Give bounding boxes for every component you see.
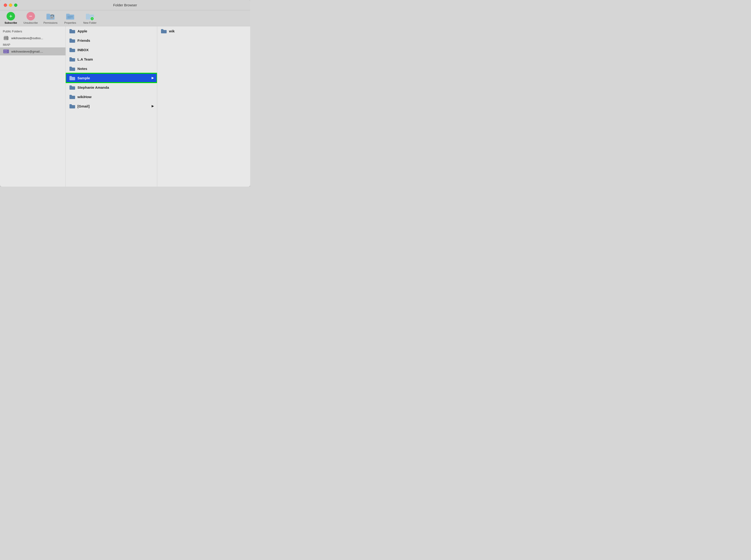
properties-icon-wrap	[66, 12, 75, 21]
folder-panel: Apple Friends INBOX	[66, 26, 157, 186]
inbox-folder-svg	[69, 47, 76, 53]
right-panel: wik	[157, 26, 250, 186]
new-folder-icon: +	[85, 12, 94, 20]
outlook-drive-icon	[3, 35, 9, 41]
permissions-button[interactable]: Permissions	[43, 12, 58, 24]
svg-point-16	[7, 38, 8, 39]
traffic-lights	[4, 3, 17, 7]
la-team-folder-svg	[69, 56, 76, 62]
folder-icon-wik	[161, 28, 167, 34]
unsubscribe-icon-wrap: −	[26, 12, 35, 21]
folder-icon-wikihow	[69, 94, 76, 100]
drive-icon-outlook	[3, 35, 9, 41]
svg-text:+: +	[91, 17, 93, 20]
subscribe-button[interactable]: + Subscribe	[4, 12, 18, 24]
content-area: Public Folders wikih	[0, 26, 250, 186]
stephanie-folder-svg	[69, 84, 76, 90]
folder-name-sample: Sample	[78, 76, 90, 80]
folder-item-notes[interactable]: Notes	[66, 64, 157, 73]
window-title: Folder Browser	[113, 3, 137, 7]
folder-icon-stephanie-amanda	[69, 84, 76, 90]
subscribe-icon-wrap: +	[6, 12, 15, 21]
folder-name-apple: Apple	[78, 29, 87, 33]
sidebar-item-outlook[interactable]: wikihowsteve@outloo...	[0, 34, 65, 42]
gmail-account-name: wikihowsteve@gmail....	[11, 50, 43, 53]
folder-item-sample[interactable]: Sample ▶	[66, 73, 157, 83]
maximize-button[interactable]	[14, 3, 17, 7]
notes-folder-svg	[69, 66, 76, 71]
sidebar-item-gmail[interactable]: wikihowsteve@gmail....	[0, 47, 65, 55]
folder-item-wikihow[interactable]: wikiHow	[66, 92, 157, 101]
properties-folder-icon	[66, 12, 75, 20]
title-bar: Folder Browser	[0, 0, 250, 10]
outlook-account-name: wikihowsteve@outloo...	[11, 36, 43, 40]
folder-name-wik: wik	[169, 29, 175, 33]
wikihow-folder-svg	[69, 94, 76, 100]
folder-item-apple[interactable]: Apple	[66, 26, 157, 36]
folder-icon-gmail	[69, 103, 76, 109]
minimize-button[interactable]	[9, 3, 12, 7]
toolbar: + Subscribe − Unsubscribe	[0, 10, 250, 26]
svg-point-2	[52, 17, 52, 18]
sidebar: Public Folders wikih	[0, 26, 66, 186]
folder-icon-inbox	[69, 47, 76, 53]
folder-name-la-team: L.A Team	[78, 57, 93, 61]
folder-item-inbox[interactable]: INBOX	[66, 45, 157, 55]
folder-icon-friends	[69, 38, 76, 43]
folder-icon-notes	[69, 66, 76, 71]
folder-name-wikihow: wikiHow	[78, 95, 92, 99]
sample-folder-svg	[69, 75, 76, 81]
folder-name-gmail: [Gmail]	[78, 104, 90, 108]
folder-name-friends: Friends	[78, 39, 90, 42]
permissions-folder-lock-icon	[46, 12, 55, 20]
new-folder-icon-wrap: +	[85, 12, 94, 21]
permissions-label: Permissions	[43, 21, 58, 24]
folder-name-stephanie-amanda: Stephanie Amanda	[78, 85, 109, 89]
folder-item-friends[interactable]: Friends	[66, 36, 157, 45]
folder-browser-window: Folder Browser + Subscribe − Unsubscribe	[0, 0, 250, 186]
new-folder-button[interactable]: + New Folder	[83, 12, 97, 24]
svg-point-22	[7, 52, 8, 53]
folder-item-la-team[interactable]: L.A Team	[66, 55, 157, 64]
folder-item-stephanie-amanda[interactable]: Stephanie Amanda	[66, 83, 157, 92]
svg-point-17	[7, 39, 8, 40]
permissions-icon-wrap	[46, 12, 55, 21]
drive-icon-gmail	[3, 48, 9, 54]
right-folder-item-wik[interactable]: wik	[157, 26, 250, 36]
properties-label: Properties	[64, 21, 76, 24]
folder-icon-sample	[69, 75, 76, 81]
apple-folder-svg	[69, 28, 76, 34]
unsubscribe-button[interactable]: − Unsubscribe	[23, 12, 38, 24]
close-button[interactable]	[4, 3, 7, 7]
unsubscribe-minus-icon: −	[26, 12, 35, 20]
friends-folder-svg	[69, 38, 76, 43]
folder-name-inbox: INBOX	[78, 48, 89, 52]
folder-icon-la-team	[69, 56, 76, 62]
gmail-drive-icon	[3, 48, 9, 54]
folder-item-gmail[interactable]: [Gmail] ▶	[66, 101, 157, 111]
properties-button[interactable]: Properties	[63, 12, 77, 24]
gmail-folder-svg	[69, 103, 76, 109]
subscribe-label: Subscribe	[4, 21, 17, 24]
subscribe-plus-icon: +	[6, 12, 15, 20]
folder-icon-apple	[69, 28, 76, 34]
svg-point-21	[7, 50, 8, 51]
sample-chevron-icon: ▶	[151, 76, 154, 80]
unsubscribe-label: Unsubscribe	[23, 21, 38, 24]
gmail-chevron-icon: ▶	[151, 104, 154, 108]
wik-folder-svg	[161, 28, 167, 34]
imap-label: IMAP	[0, 42, 65, 47]
public-folders-label: Public Folders	[0, 28, 65, 34]
svg-point-15	[7, 36, 8, 37]
new-folder-label: New Folder	[83, 21, 97, 24]
folder-name-notes: Notes	[78, 67, 87, 71]
